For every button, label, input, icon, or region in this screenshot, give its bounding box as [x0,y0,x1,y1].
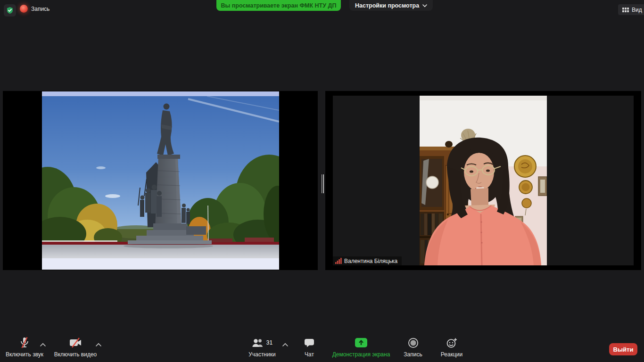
webcam-video [420,96,547,265]
view-options-dropdown[interactable]: Настройки просмотра [349,0,433,11]
unmute-button[interactable]: Включить звук [3,337,46,358]
viewing-screen-banner: Вы просматриваете экран ФМК НТУ ДП [216,0,341,11]
recording-dot-icon [20,5,28,13]
chevron-down-icon [422,4,427,8]
reactions-button[interactable]: Реакции [435,337,468,358]
share-screen-button[interactable]: Демонстрация экрана [329,337,393,358]
participant-name: Валентина Біляцька [344,258,397,264]
participants-button[interactable]: 31 Участники [240,337,284,358]
share-screen-icon [358,339,364,346]
zoom-meeting-window: Запись Вы просматриваете экран ФМК НТУ Д… [0,0,644,362]
participants-icon [252,338,264,347]
chevron-up-icon[interactable] [95,343,102,347]
participant-name-label: Валентина Біляцька [333,256,402,265]
participants-count: 31 [266,339,272,346]
shared-slide [42,91,279,270]
grid-view-icon [622,7,629,13]
leave-button[interactable]: Выйти [609,343,637,355]
signal-strength-icon [335,258,342,264]
chat-icon [304,338,314,347]
speaker-video-panel: Валентина Біляцька [325,91,641,270]
banner-text: Вы просматриваете экран ФМК НТУ ДП [221,2,337,9]
recording-indicator: Запись [20,5,50,13]
record-icon [408,337,419,348]
chevron-up-icon[interactable] [40,343,46,347]
record-button[interactable]: Запись [396,337,429,358]
security-shield-button[interactable] [4,4,16,16]
speaker-video-tile: Валентина Біляцька [333,96,634,265]
camera-muted-icon [69,337,82,348]
monument-photo [42,96,279,258]
reactions-icon [446,337,457,348]
shield-check-icon [6,7,14,14]
view-button[interactable]: Вид [618,4,644,15]
mic-muted-icon [19,337,30,349]
recording-label: Запись [31,6,50,12]
panel-resize-handle[interactable] [320,173,325,195]
start-video-button[interactable]: Включить видео [52,337,99,358]
chat-button[interactable]: Чат [295,337,323,358]
chevron-up-icon[interactable] [282,343,289,347]
screen-share-panel [3,91,318,270]
